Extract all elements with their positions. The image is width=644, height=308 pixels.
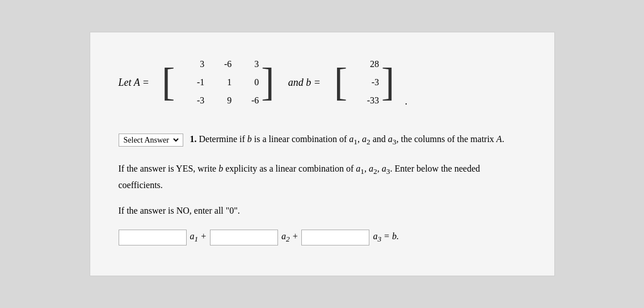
let-label: Let A = [119, 77, 150, 89]
select-answer-wrapper[interactable]: Select Answer YES NO [119, 134, 183, 147]
coeff-a1-label: a1 + [190, 231, 207, 244]
main-card: Let A = [ 3 -6 3 -1 1 0 -3 9 -6 ] and b … [90, 32, 555, 276]
cell-0-1: -6 [224, 59, 231, 69]
bracket-right-A: ] [261, 63, 274, 102]
b-cell-1: -3 [372, 77, 379, 88]
coeff-a3-label: a3 = b. [373, 231, 398, 244]
coefficient-row: a1 + a2 + a3 = b. [119, 230, 526, 245]
cell-1-1: 1 [227, 77, 231, 88]
coefficient-input-1[interactable] [119, 230, 187, 245]
matrix-b-content: 28 -3 -33 [350, 55, 379, 110]
select-answer-dropdown[interactable]: Select Answer YES NO [121, 135, 180, 145]
cell-2-2: -6 [251, 95, 259, 106]
bracket-left-A: [ [162, 63, 175, 102]
question-text: 1. Determine if b is a linear combinatio… [190, 132, 504, 148]
question-number: 1. [190, 134, 197, 144]
cell-0-0: 3 [200, 59, 204, 69]
cell-1-2: 0 [254, 77, 259, 88]
coeff-a2-label: a2 + [281, 231, 298, 244]
bracket-right-b: ] [381, 63, 394, 102]
matrix-display-row: Let A = [ 3 -6 3 -1 1 0 -3 9 -6 ] and b … [119, 55, 526, 110]
coefficient-input-3[interactable] [301, 230, 369, 245]
cell-2-1: 9 [227, 95, 231, 106]
paragraph-1: If the answer is YES, write b explicity … [119, 161, 526, 192]
cell-0-2: 3 [254, 59, 259, 69]
coefficient-input-2[interactable] [210, 230, 278, 245]
b-cell-0: 28 [370, 59, 379, 69]
b-cell-2: -33 [367, 95, 379, 106]
period: . [405, 95, 407, 110]
matrix-b: [ 28 -3 -33 ] [332, 55, 397, 110]
cell-2-0: -3 [197, 95, 204, 106]
cell-1-0: -1 [197, 77, 204, 88]
and-b-label: and b = [288, 77, 321, 89]
paragraph-2: If the answer is NO, enter all "0". [119, 203, 526, 218]
question-row: Select Answer YES NO 1. Determine if b i… [119, 132, 526, 148]
matrix-A: [ 3 -6 3 -1 1 0 -3 9 -6 ] [159, 55, 277, 110]
matrix-A-content: 3 -6 3 -1 1 0 -3 9 -6 [177, 55, 259, 110]
bracket-left-b: [ [334, 63, 347, 102]
